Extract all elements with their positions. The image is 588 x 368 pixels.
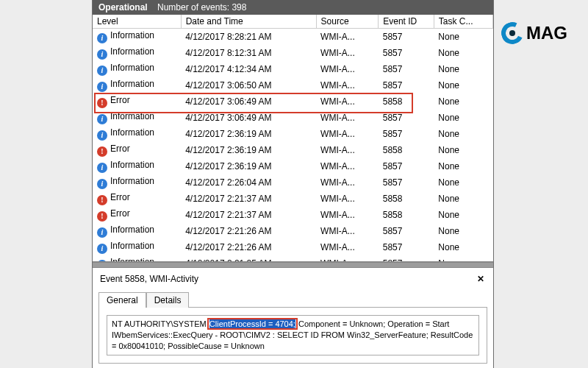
info-icon	[97, 260, 107, 262]
tab-details[interactable]: Details	[146, 292, 190, 308]
info-icon	[97, 66, 107, 76]
table-row[interactable]: Error4/12/2017 2:21:37 AMWMI-A...5858Non…	[93, 207, 493, 223]
tab-general[interactable]: General	[98, 292, 146, 308]
table-row[interactable]: Information4/12/2017 8:12:31 AMWMI-A...5…	[93, 45, 493, 61]
table-row[interactable]: Information4/12/2017 2:36:19 AMWMI-A...5…	[93, 126, 493, 142]
close-details-button[interactable]: ✕	[477, 274, 484, 284]
event-grid[interactable]: Level Date and Time Source Event ID Task…	[93, 15, 493, 262]
info-icon	[97, 82, 107, 92]
table-row[interactable]: Information4/12/2017 2:21:26 AMWMI-A...5…	[93, 223, 493, 239]
error-icon	[97, 98, 107, 108]
col-header-task[interactable]: Task C...	[434, 15, 492, 29]
info-icon	[97, 49, 107, 60]
table-row[interactable]: Information4/12/2017 2:26:04 AMWMI-A...5…	[93, 174, 493, 191]
table-row[interactable]: Information4/12/2017 3:06:49 AMWMI-A...5…	[93, 110, 493, 126]
pane-splitter[interactable]	[93, 262, 493, 268]
col-header-source[interactable]: Source	[316, 15, 379, 29]
info-icon	[97, 130, 107, 141]
details-tabs: General Details	[98, 291, 487, 308]
info-icon	[97, 114, 107, 124]
col-header-level[interactable]: Level	[93, 15, 181, 29]
event-message-text[interactable]: NT AUTHORITY\SYSTEM ClientProcessId = 47…	[107, 315, 479, 355]
error-icon	[97, 195, 107, 205]
table-row[interactable]: Information4/12/2017 2:36:19 AMWMI-A...5…	[93, 158, 493, 174]
table-row[interactable]: Error4/12/2017 2:21:37 AMWMI-A...5858Non…	[93, 191, 493, 207]
client-process-id-highlight: ClientProcessId = 4704;	[209, 319, 296, 328]
table-row[interactable]: Information4/12/2017 8:28:21 AMWMI-A...5…	[93, 29, 493, 46]
event-count: Number of events: 398	[157, 2, 246, 13]
window-title-bar: Operational Number of events: 398	[93, 0, 493, 15]
error-icon	[97, 211, 107, 222]
info-icon	[97, 33, 107, 43]
table-row[interactable]: Information4/12/2017 3:06:50 AMWMI-A...5…	[93, 77, 493, 93]
table-row[interactable]: Information4/12/2017 2:21:25 AMWMI-A...5…	[93, 255, 493, 262]
info-icon	[97, 227, 107, 238]
watermark-text: MAG	[526, 23, 567, 43]
details-title: Event 5858, WMI-Activity	[100, 274, 198, 284]
watermark-logo-icon	[501, 22, 523, 44]
col-header-eventid[interactable]: Event ID	[379, 15, 434, 29]
table-row[interactable]: Information4/12/2017 4:12:34 AMWMI-A...5…	[93, 61, 493, 77]
table-row[interactable]: Error4/12/2017 2:36:19 AMWMI-A...5858Non…	[93, 142, 493, 158]
log-name: Operational	[98, 2, 148, 13]
details-pane: Event 5858, WMI-Activity ✕ General Detai…	[93, 268, 493, 367]
watermark: MAG	[501, 22, 567, 44]
info-icon	[97, 179, 107, 189]
table-row[interactable]: Error4/12/2017 3:06:49 AMWMI-A...5858Non…	[93, 93, 493, 110]
error-icon	[97, 146, 107, 157]
col-header-date[interactable]: Date and Time	[181, 15, 316, 29]
info-icon	[97, 163, 107, 173]
table-row[interactable]: Information4/12/2017 2:21:26 AMWMI-A...5…	[93, 239, 493, 255]
info-icon	[97, 244, 107, 254]
